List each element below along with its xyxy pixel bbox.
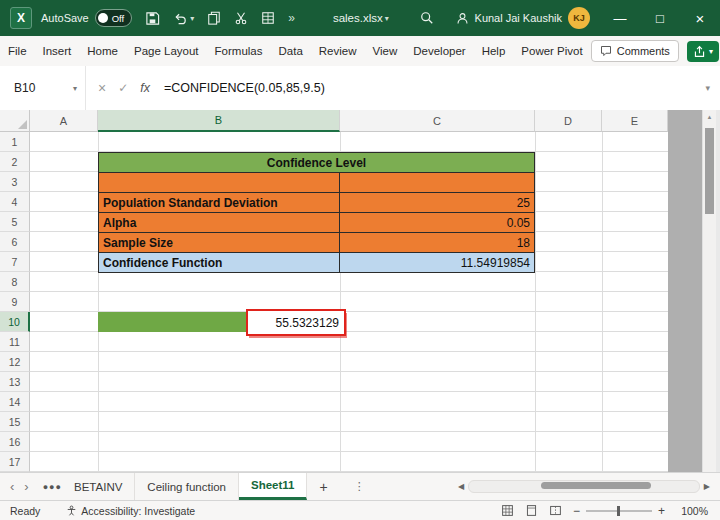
tab-formulas[interactable]: Formulas <box>207 36 271 66</box>
tab-page-layout[interactable]: Page Layout <box>126 36 207 66</box>
zoom-slider[interactable] <box>586 510 652 512</box>
avatar[interactable]: KJ <box>568 7 590 29</box>
row-header[interactable]: 3 <box>0 172 30 192</box>
row-header[interactable]: 8 <box>0 272 30 292</box>
tab-home[interactable]: Home <box>79 36 126 66</box>
sheet-tab-betainv[interactable]: BETAINV <box>62 473 135 500</box>
person-icon <box>456 12 469 25</box>
maximize-button[interactable]: □ <box>640 0 680 36</box>
row-header[interactable]: 12 <box>0 352 30 372</box>
row-header[interactable]: 7 <box>0 252 30 272</box>
sheet-tab-ceiling-function[interactable]: Ceiling function <box>135 473 239 500</box>
sheet-nav-left-icon[interactable]: ‹ <box>10 479 14 494</box>
gridline <box>535 132 536 472</box>
sheet-nav-right-icon[interactable]: › <box>24 479 28 494</box>
row-header[interactable]: 17 <box>0 452 30 472</box>
sheet-overflow-icon[interactable]: ●●● <box>43 482 62 492</box>
column-header-d[interactable]: D <box>535 110 602 132</box>
table-icon[interactable] <box>261 11 275 25</box>
zoom-slider-thumb[interactable] <box>617 506 620 516</box>
table-cell-label[interactable]: Alpha <box>99 213 340 232</box>
accessibility-checker[interactable]: Accessibility: Investigate <box>66 505 195 517</box>
expand-formula-bar-icon[interactable]: ▾ <box>705 83 710 93</box>
table-cell[interactable] <box>99 173 340 192</box>
scroll-right-icon[interactable]: ▶ <box>704 482 710 491</box>
copy-icon[interactable] <box>207 11 221 25</box>
horizontal-scroll-thumb[interactable] <box>541 482 651 489</box>
confidence-table: Confidence Level Population Standard Dev… <box>98 152 535 273</box>
excel-window: X AutoSave Off ▾ » sales.xlsx ▾ <box>0 0 720 520</box>
close-button[interactable]: × <box>680 0 720 36</box>
tab-developer[interactable]: Developer <box>405 36 473 66</box>
table-cell-label[interactable]: Sample Size <box>99 233 340 252</box>
row-header[interactable]: 2 <box>0 152 30 172</box>
tab-insert[interactable]: Insert <box>35 36 80 66</box>
document-title[interactable]: sales.xlsx ▾ <box>333 12 389 24</box>
row-header[interactable]: 15 <box>0 412 30 432</box>
row-header[interactable]: 16 <box>0 432 30 452</box>
row-header-selected[interactable]: 10 <box>0 312 30 332</box>
cut-icon[interactable] <box>234 11 248 25</box>
table-cell-label[interactable]: Population Standard Deviation <box>99 193 340 212</box>
account-menu[interactable]: Kunal Jai Kaushik KJ <box>456 7 590 29</box>
horizontal-scroll-track[interactable] <box>468 480 700 493</box>
cancel-entry-icon[interactable]: × <box>98 80 106 96</box>
tab-review[interactable]: Review <box>311 36 365 66</box>
scroll-left-icon[interactable]: ◀ <box>458 482 464 491</box>
formula-input[interactable]: =CONFIDENCE(0.05,85,9.5) <box>164 81 325 95</box>
chevron-double-right-icon[interactable]: » <box>288 11 295 25</box>
row-header[interactable]: 6 <box>0 232 30 252</box>
highlighted-result-cell[interactable]: 55.5323129 <box>246 309 346 336</box>
page-layout-view-icon[interactable] <box>525 504 538 517</box>
row-header[interactable]: 13 <box>0 372 30 392</box>
name-box[interactable]: B10 ▾ <box>0 66 86 110</box>
autosave-state: Off <box>112 13 125 24</box>
share-button[interactable]: ▾ <box>687 41 719 62</box>
column-header-b[interactable]: B <box>98 110 340 132</box>
zoom-in-icon[interactable]: + <box>658 504 665 518</box>
autosave-toggle[interactable]: Off <box>95 9 133 27</box>
vertical-scrollbar[interactable]: ▲ <box>702 110 716 472</box>
table-cell-value[interactable]: 18 <box>340 233 534 252</box>
column-header-c[interactable]: C <box>340 110 535 132</box>
insert-function-icon[interactable]: fx <box>140 81 150 95</box>
table-cell-label[interactable]: Confidence Function <box>99 253 340 272</box>
table-cell-value[interactable]: 25 <box>340 193 534 212</box>
comments-button[interactable]: Comments <box>591 40 679 62</box>
add-sheet-button[interactable]: + <box>319 479 327 495</box>
column-header-a[interactable]: A <box>30 110 98 132</box>
tab-help[interactable]: Help <box>474 36 514 66</box>
undo-icon[interactable]: ▾ <box>173 11 194 26</box>
row-header[interactable]: 11 <box>0 332 30 352</box>
page-break-view-icon[interactable] <box>549 504 562 517</box>
row-header[interactable]: 14 <box>0 392 30 412</box>
table-title-cell[interactable]: Confidence Level <box>99 153 534 173</box>
confirm-entry-icon[interactable]: ✓ <box>118 81 128 95</box>
row-header[interactable]: 1 <box>0 132 30 152</box>
excel-logo-icon[interactable]: X <box>10 7 32 29</box>
tab-data[interactable]: Data <box>271 36 311 66</box>
row-header[interactable]: 9 <box>0 292 30 312</box>
row-header[interactable]: 4 <box>0 192 30 212</box>
save-icon[interactable] <box>145 11 160 26</box>
table-cell[interactable] <box>340 173 534 192</box>
scroll-up-icon[interactable]: ▲ <box>703 110 716 124</box>
table-cell-value[interactable]: 11.54919854 <box>340 253 534 272</box>
select-all-button[interactable] <box>0 110 30 132</box>
minimize-button[interactable]: — <box>600 0 640 36</box>
tab-file[interactable]: File <box>0 36 35 66</box>
vertical-scroll-thumb[interactable] <box>705 128 714 214</box>
sheet-tab-sheet11-active[interactable]: Sheet11 <box>239 473 307 500</box>
horizontal-scrollbar[interactable]: ◀ ▶ <box>458 480 710 493</box>
table-cell-value[interactable]: 0.05 <box>340 213 534 232</box>
row-header[interactable]: 5 <box>0 212 30 232</box>
search-icon[interactable] <box>420 11 434 25</box>
sheet-options-icon[interactable]: ⋮ <box>354 480 365 493</box>
normal-view-icon[interactable] <box>501 504 514 517</box>
column-header-e[interactable]: E <box>602 110 668 132</box>
tab-power-pivot[interactable]: Power Pivot <box>513 36 590 66</box>
zoom-level[interactable]: 100% <box>676 505 708 517</box>
tab-view[interactable]: View <box>365 36 406 66</box>
zoom-out-icon[interactable]: − <box>573 504 580 518</box>
autosave-label: AutoSave <box>41 12 89 24</box>
